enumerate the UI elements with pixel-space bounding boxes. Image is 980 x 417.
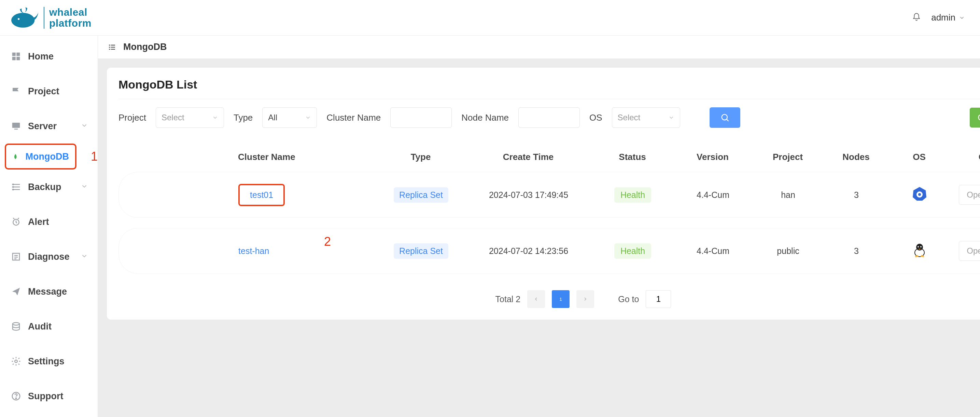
operation-select[interactable]: Operation: [959, 241, 980, 261]
stack-icon: [11, 182, 21, 192]
svg-point-24: [920, 246, 922, 248]
cell-nodes: 3: [826, 190, 887, 200]
pager-next[interactable]: [576, 290, 594, 308]
sidebar-item-settings[interactable]: Settings: [0, 344, 98, 379]
database-icon: [11, 321, 21, 332]
username: admin: [931, 12, 955, 23]
chevron-down-icon: [668, 115, 675, 121]
th-os: OS: [887, 152, 952, 162]
sidebar-item-server[interactable]: Server: [0, 109, 98, 144]
pager-total: Total 2: [495, 294, 521, 304]
filter-type-label: Type: [234, 112, 253, 123]
main: MongoDB MongoDB List Project Select Type…: [98, 35, 980, 417]
list-icon: [11, 252, 21, 262]
search-icon: [720, 113, 730, 122]
notifications-button[interactable]: [912, 13, 921, 23]
filter-cluster-input-wrap: [390, 107, 452, 128]
button-label: Create Cluster: [978, 113, 980, 122]
chevron-right-icon: [582, 296, 588, 302]
list-panel: MongoDB List Project Select Type All Clu…: [107, 68, 980, 320]
sidebar-item-support[interactable]: Support: [0, 379, 98, 414]
search-button[interactable]: [710, 107, 740, 128]
sidebar-item-home[interactable]: Home: [0, 39, 98, 74]
leaf-icon: [12, 152, 19, 162]
filter-cluster-input[interactable]: [396, 113, 444, 122]
sidebar-item-alert[interactable]: Alert: [0, 205, 98, 239]
filter-node-input[interactable]: [524, 113, 572, 122]
flag-icon: [11, 86, 21, 96]
operation-select[interactable]: Operation: [959, 185, 980, 205]
th-version: Version: [675, 152, 750, 162]
cluster-link[interactable]: test01: [238, 184, 285, 206]
pagination: Total 2 1 Go to: [118, 284, 980, 309]
cell-version: 4.4-Cum: [675, 190, 751, 200]
alarm-icon: [11, 217, 21, 227]
svg-point-0: [11, 13, 35, 27]
sidebar-item-audit[interactable]: Audit: [0, 309, 98, 344]
cell-project: han: [751, 190, 826, 200]
chevron-down-icon: [305, 115, 311, 121]
table-row: test01 Replica Set 2024-07-03 17:49:45 H…: [118, 172, 980, 218]
sidebar-item-label: Audit: [28, 321, 52, 332]
filter-os-label: OS: [589, 112, 602, 123]
select-placeholder: Select: [618, 113, 641, 122]
gear-icon: [11, 356, 21, 366]
breadcrumb-title: MongoDB: [123, 42, 167, 52]
sidebar-item-label: Message: [28, 286, 67, 297]
status-badge: Health: [614, 243, 651, 259]
type-tag: Replica Set: [394, 243, 448, 259]
create-cluster-button[interactable]: Create Cluster: [970, 108, 980, 128]
svg-point-16: [16, 398, 17, 399]
sidebar-item-label: Project: [28, 86, 59, 97]
sidebar-item-label: Server: [28, 121, 57, 132]
svg-point-13: [13, 323, 19, 325]
pager-page-1[interactable]: 1: [552, 290, 570, 308]
filter-type-select[interactable]: All: [262, 107, 317, 128]
sidebar-item-diagnose[interactable]: Diagnose: [0, 239, 98, 274]
menu-icon[interactable]: [107, 43, 117, 51]
brand-line1: whaleal: [49, 7, 92, 18]
th-nodes: Nodes: [825, 152, 887, 162]
th-status: Status: [590, 152, 675, 162]
topbar: whaleal platform admin: [0, 0, 980, 35]
svg-rect-6: [12, 123, 20, 128]
annotation-1: 1: [91, 149, 98, 164]
sidebar-item-message[interactable]: Message: [0, 274, 98, 309]
svg-rect-4: [12, 57, 16, 60]
chevron-down-icon: [81, 252, 88, 262]
select-placeholder: Select: [162, 113, 185, 122]
grid-icon: [11, 51, 21, 62]
pager-goto-label: Go to: [618, 294, 639, 304]
filter-os-select[interactable]: Select: [612, 107, 680, 128]
sidebar-item-backup[interactable]: Backup: [0, 169, 98, 205]
sidebar-item-mongodb[interactable]: MongoDB: [5, 144, 76, 169]
th-cluster: Cluster Name: [235, 152, 375, 162]
pager-goto-input[interactable]: [646, 290, 671, 308]
sidebar-item-project[interactable]: Project: [0, 74, 98, 109]
whale-logo-icon: [8, 4, 39, 32]
filter-project-select[interactable]: Select: [156, 107, 224, 128]
send-icon: [11, 286, 21, 297]
cell-project: public: [751, 246, 826, 256]
svg-point-8: [13, 184, 14, 185]
cluster-link[interactable]: test-han: [238, 246, 269, 256]
kubernetes-icon: [912, 186, 927, 201]
annotation-2: 2: [324, 235, 331, 249]
filter-bar: Project Select Type All Cluster Name Nod…: [118, 99, 980, 133]
th-create: Create Time: [467, 152, 590, 162]
filter-cluster-label: Cluster Name: [326, 112, 381, 123]
th-op: Operation: [952, 152, 980, 162]
chevron-down-icon: [81, 121, 88, 132]
question-icon: [11, 391, 21, 401]
sidebar-item-label: Support: [28, 391, 63, 402]
brand-line2: platform: [49, 18, 92, 29]
status-badge: Health: [614, 187, 651, 203]
svg-rect-2: [12, 53, 16, 56]
svg-point-9: [13, 187, 14, 188]
cell-version: 4.4-Cum: [675, 246, 751, 256]
select-value: Operation: [967, 246, 980, 256]
chevron-down-icon: [212, 115, 218, 121]
filter-project-label: Project: [118, 112, 146, 123]
user-menu[interactable]: admin: [931, 12, 965, 23]
pager-prev[interactable]: [527, 290, 545, 308]
